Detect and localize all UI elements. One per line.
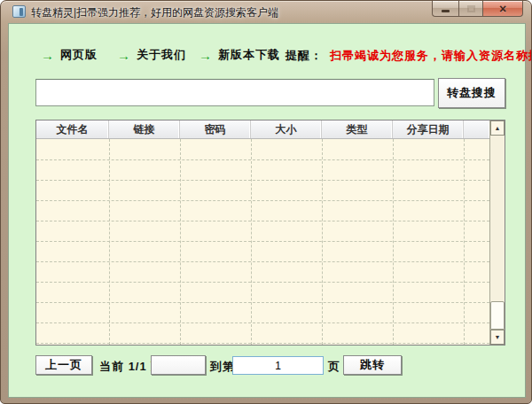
grid-hline: [36, 241, 489, 242]
column-header-sharedate[interactable]: 分享日期: [393, 120, 464, 138]
grid-hline: [36, 200, 489, 201]
maximize-button[interactable]: [458, 1, 483, 17]
column-header-password[interactable]: 密码: [180, 120, 251, 138]
window-controls: ×: [432, 1, 523, 17]
nav-link-label: 关于我们: [137, 47, 186, 63]
grid-vline: [393, 139, 394, 345]
grid-hline: [36, 159, 489, 160]
grid-hline: [36, 221, 489, 221]
grid-vline: [109, 139, 110, 345]
close-icon: ×: [499, 3, 506, 15]
nav-link-label: 新版本下载: [218, 47, 280, 63]
app-icon: [12, 5, 26, 18]
grid-hline: [36, 322, 489, 323]
search-input[interactable]: [35, 79, 434, 106]
column-header-type[interactable]: 类型: [322, 120, 393, 138]
reminder-text: 扫帚竭诚为您服务，请输入资源名称搜索: [330, 48, 532, 64]
table-header-row: 文件名 链接 密码 大小 类型 分享日期: [36, 120, 489, 139]
grid-hline: [36, 180, 489, 181]
nav-link-webversion[interactable]: → 网页版: [41, 47, 98, 63]
current-page-value: 1/1: [129, 360, 147, 373]
reminder: 提醒： 扫帚竭诚为您服务，请输入资源名称搜索: [286, 48, 532, 64]
page-unit-label: 页: [328, 359, 340, 375]
column-header-size[interactable]: 大小: [251, 120, 322, 138]
reminder-label: 提醒：: [286, 48, 323, 64]
green-arrow-icon: →: [41, 49, 54, 62]
scrollbar-thumb[interactable]: [490, 301, 505, 330]
grid-vline: [180, 139, 181, 345]
next-page-button[interactable]: [151, 355, 206, 375]
close-button[interactable]: ×: [483, 1, 523, 17]
green-arrow-icon: →: [117, 49, 130, 62]
scroll-down-icon: ▼: [495, 334, 501, 340]
grid-hline: [36, 282, 489, 283]
results-table: 文件名 链接 密码 大小 类型 分享日期 ▲ ▼: [35, 120, 505, 346]
window-title: 转盘精灵|扫帚强力推荐，好用的网盘资源搜索客户端: [31, 5, 278, 20]
scroll-up-button[interactable]: ▲: [490, 120, 505, 136]
pagination-bar: 上一页 当前 1/1 页 到第 页 跳转: [9, 355, 525, 377]
grid-vline: [464, 139, 465, 345]
app-window: 转盘精灵|扫帚强力推荐，好用的网盘资源搜索客户端 × → 网页版 → 关于我们 …: [0, 0, 532, 404]
minimize-icon: [442, 10, 450, 12]
grid-hline: [36, 343, 489, 344]
green-arrow-icon: →: [199, 49, 212, 62]
grid-hline: [36, 261, 489, 262]
grid-vline: [251, 139, 252, 345]
maximize-icon: [467, 5, 475, 12]
search-button[interactable]: 转盘搜搜: [438, 78, 505, 108]
minimize-button[interactable]: [432, 1, 458, 17]
goto-page-label: 到第: [210, 359, 235, 375]
table-grid: [36, 139, 489, 345]
page-number-input[interactable]: [232, 356, 324, 375]
nav-link-label: 网页版: [60, 47, 98, 63]
scroll-up-icon: ▲: [495, 125, 501, 131]
prev-page-button[interactable]: 上一页: [35, 355, 92, 375]
nav-link-download[interactable]: → 新版本下载: [199, 47, 280, 63]
grid-vline: [322, 139, 323, 345]
current-page-prefix: 当前: [99, 360, 124, 373]
title-bar[interactable]: 转盘精灵|扫帚强力推荐，好用的网盘资源搜索客户端 ×: [1, 1, 531, 23]
jump-button[interactable]: 跳转: [343, 355, 402, 375]
client-area: → 网页版 → 关于我们 → 新版本下载 提醒： 扫帚竭诚为您服务，请输入资源名…: [8, 23, 526, 398]
grid-hline: [36, 302, 489, 303]
column-header-link[interactable]: 链接: [109, 120, 180, 138]
nav-link-about[interactable]: → 关于我们: [117, 47, 186, 63]
vertical-scrollbar[interactable]: ▲ ▼: [489, 120, 505, 345]
column-header-filename[interactable]: 文件名: [36, 120, 109, 138]
scroll-down-button[interactable]: ▼: [490, 330, 505, 345]
column-header-filler: [464, 120, 489, 138]
